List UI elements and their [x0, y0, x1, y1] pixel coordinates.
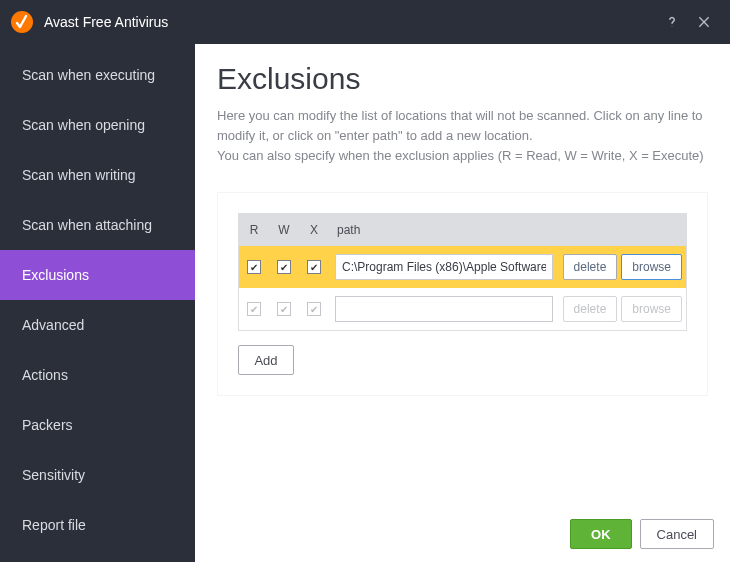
sidebar-item-sensitivity[interactable]: Sensitivity — [0, 450, 195, 500]
sidebar-item-label: Scan when writing — [22, 167, 136, 183]
cancel-button[interactable]: Cancel — [640, 519, 714, 549]
checkbox-r[interactable]: ✔ — [247, 260, 261, 274]
avast-logo-icon — [10, 10, 34, 34]
page-title: Exclusions — [217, 62, 708, 96]
sidebar-item-exclusions[interactable]: Exclusions — [0, 250, 195, 300]
browse-button: browse — [621, 296, 682, 322]
exclusions-table: R W X path ✔ ✔ ✔ delete browse — [238, 213, 687, 331]
col-header-r: R — [239, 223, 269, 237]
path-input[interactable] — [335, 296, 553, 322]
close-button[interactable] — [688, 6, 720, 38]
sidebar-item-scan-executing[interactable]: Scan when executing — [0, 50, 195, 100]
content: Exclusions Here you can modify the list … — [195, 44, 730, 562]
delete-button: delete — [563, 296, 618, 322]
sidebar-item-label: Exclusions — [22, 267, 89, 283]
table-row[interactable]: ✔ ✔ ✔ delete browse — [239, 288, 686, 330]
sidebar: Scan when executing Scan when opening Sc… — [0, 44, 195, 562]
sidebar-item-label: Scan when executing — [22, 67, 155, 83]
col-header-path: path — [329, 223, 554, 237]
sidebar-item-label: Scan when opening — [22, 117, 145, 133]
sidebar-item-label: Actions — [22, 367, 68, 383]
browse-button[interactable]: browse — [621, 254, 682, 280]
sidebar-item-advanced[interactable]: Advanced — [0, 300, 195, 350]
page-description-1: Here you can modify the list of location… — [217, 106, 708, 146]
app-title: Avast Free Antivirus — [44, 14, 656, 30]
sidebar-item-label: Packers — [22, 417, 73, 433]
col-header-w: W — [269, 223, 299, 237]
path-input[interactable] — [335, 254, 553, 280]
sidebar-item-label: Sensitivity — [22, 467, 85, 483]
delete-button[interactable]: delete — [563, 254, 618, 280]
col-header-x: X — [299, 223, 329, 237]
table-header: R W X path — [239, 214, 686, 246]
sidebar-item-label: Advanced — [22, 317, 84, 333]
help-button[interactable] — [656, 6, 688, 38]
checkbox-x[interactable]: ✔ — [307, 302, 321, 316]
sidebar-item-label: Report file — [22, 517, 86, 533]
checkbox-w[interactable]: ✔ — [277, 260, 291, 274]
sidebar-item-scan-opening[interactable]: Scan when opening — [0, 100, 195, 150]
dialog-footer: OK Cancel — [195, 506, 730, 562]
add-button[interactable]: Add — [238, 345, 294, 375]
body: Scan when executing Scan when opening Sc… — [0, 44, 730, 562]
checkbox-r[interactable]: ✔ — [247, 302, 261, 316]
app-window: Avast Free Antivirus Scan when executing… — [0, 0, 730, 562]
exclusions-panel: R W X path ✔ ✔ ✔ delete browse — [217, 192, 708, 396]
checkbox-w[interactable]: ✔ — [277, 302, 291, 316]
sidebar-item-label: Scan when attaching — [22, 217, 152, 233]
sidebar-item-report-file[interactable]: Report file — [0, 500, 195, 550]
titlebar: Avast Free Antivirus — [0, 0, 730, 44]
sidebar-item-actions[interactable]: Actions — [0, 350, 195, 400]
sidebar-item-packers[interactable]: Packers — [0, 400, 195, 450]
ok-button[interactable]: OK — [570, 519, 632, 549]
table-row[interactable]: ✔ ✔ ✔ delete browse — [239, 246, 686, 288]
sidebar-item-scan-writing[interactable]: Scan when writing — [0, 150, 195, 200]
checkbox-x[interactable]: ✔ — [307, 260, 321, 274]
sidebar-item-scan-attaching[interactable]: Scan when attaching — [0, 200, 195, 250]
page-description-2: You can also specify when the exclusion … — [217, 146, 708, 166]
